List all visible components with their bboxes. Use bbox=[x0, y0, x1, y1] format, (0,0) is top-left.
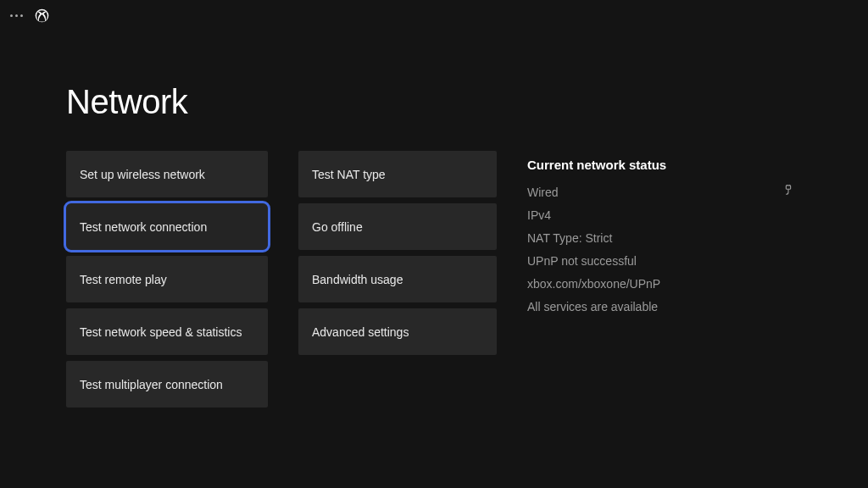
status-services: All services are available bbox=[527, 300, 658, 313]
go-offline-button[interactable]: Go offline bbox=[298, 203, 497, 250]
wired-icon bbox=[783, 185, 802, 199]
options-column-1: Set up wireless network Test network con… bbox=[66, 151, 268, 408]
test-nat-type-button[interactable]: Test NAT type bbox=[298, 151, 497, 197]
test-remote-play-button[interactable]: Test remote play bbox=[66, 256, 268, 302]
bandwidth-usage-button[interactable]: Bandwidth usage bbox=[298, 256, 497, 302]
svg-rect-1 bbox=[786, 186, 790, 189]
test-multiplayer-button[interactable]: Test multiplayer connection bbox=[66, 361, 268, 408]
xbox-logo-icon[interactable] bbox=[35, 8, 49, 23]
status-connection-type: Wired bbox=[527, 186, 559, 199]
network-status-panel: Current network status Wired IPv4 NAT Ty… bbox=[527, 151, 802, 408]
more-icon[interactable] bbox=[10, 14, 23, 17]
setup-wireless-button[interactable]: Set up wireless network bbox=[66, 151, 268, 197]
advanced-settings-button[interactable]: Advanced settings bbox=[298, 308, 497, 355]
status-help-url: xbox.com/xboxone/UPnP bbox=[527, 277, 660, 291]
status-upnp: UPnP not successful bbox=[527, 254, 637, 268]
options-column-2: Test NAT type Go offline Bandwidth usage… bbox=[298, 151, 497, 408]
test-network-connection-button[interactable]: Test network connection bbox=[66, 203, 268, 250]
test-network-speed-button[interactable]: Test network speed & statistics bbox=[66, 308, 268, 355]
status-heading: Current network status bbox=[527, 158, 802, 172]
status-nat-type: NAT Type: Strict bbox=[527, 231, 612, 245]
status-ip-version: IPv4 bbox=[527, 208, 551, 222]
page-title: Network bbox=[66, 83, 187, 121]
